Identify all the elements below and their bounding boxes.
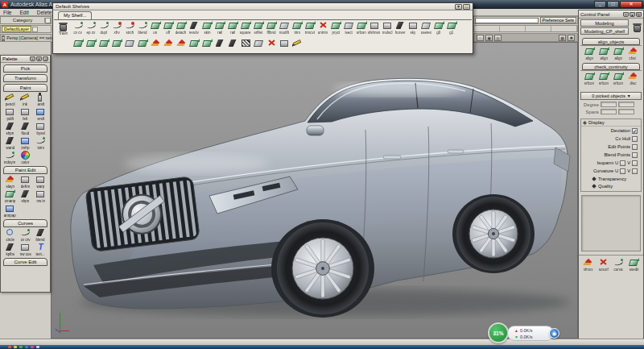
shelf2-tool-5-tool[interactable] [136,39,149,48]
shelves-minimize-button[interactable]: ▾ [455,4,462,10]
palette-tool-cmanp[interactable]: cmanp [2,189,18,203]
cp-refresh-icon[interactable]: ↻ [636,12,642,17]
shelf-tool-sfshnsn[interactable]: sfshnsn [368,21,381,35]
shelf2-tool-2-tool[interactable] [97,39,110,48]
shelf-tool-horver[interactable]: horver [394,21,407,35]
shelf2-tool-9-tool[interactable] [188,39,200,48]
shelf-tool-g1[interactable]: g1 [445,21,458,35]
category-dropdown[interactable]: Category [0,16,52,24]
shelf2-tool-12-tool[interactable] [226,39,239,48]
shelf2-tool-11-tool[interactable] [213,39,226,48]
shelf2-tool-13-tool[interactable] [239,39,252,48]
taskbar-app-icon-2[interactable] [19,346,23,348]
default-layer-chip[interactable]: DefaultLayer [2,26,31,32]
shelf-tool-blend[interactable]: blend [136,21,149,35]
shelf-tool-strch[interactable]: strch [123,21,136,35]
shelf-tool-modift[interactable]: modift [278,21,291,35]
cp-shelf-select[interactable]: Modeling_CP_shelf [580,27,629,35]
palette-pin-icon[interactable]: ▪ [30,56,35,61]
gear-icon[interactable]: ✱ [568,35,575,41]
shelf2-tool-1-tool[interactable] [85,39,97,48]
layout-icon[interactable]: ▦ [559,35,566,41]
palette-tab-transform[interactable]: Transform [3,74,47,82]
cp-tool-chst[interactable]: chst [625,47,640,60]
palette-tool-mdsym[interactable]: mdsym [2,150,18,164]
palette-tool-annpap[interactable]: annpap [2,203,18,218]
shelf2-tool-8-tool[interactable] [175,39,188,48]
palette-tool-color[interactable]: color [18,150,33,164]
palette-tab-paint[interactable]: Paint [3,84,47,92]
shelves-title-bar[interactable]: Default Shelves ▾ □ [53,3,473,10]
cp-tool-align[interactable]: align [582,47,597,60]
display-bullet-transparency[interactable]: Transparency [581,175,641,182]
prompt-input[interactable] [475,18,539,23]
palette-tool-ink[interactable]: ink [18,92,33,106]
cp-bottom-tool-curva[interactable]: curva [611,258,626,272]
shelf2-tool-6-tool[interactable] [149,39,162,48]
cp-tool-align[interactable]: align [597,47,611,60]
cp-dock-icon[interactable]: ▪ [623,12,629,17]
preference-sets-button[interactable]: Preference Sets [540,17,576,23]
palette-tool-arsft[interactable]: arsft [33,92,48,106]
palette-tool-kplbs[interactable]: kplbs [2,242,18,256]
shelf-tool-on[interactable]: on [149,21,162,35]
palette-tab-curve-edit[interactable]: Curve Edit [3,258,47,266]
shelf-tool-trim[interactable]: trim [291,21,303,35]
menu-file[interactable]: File [3,10,11,15]
palette-tool-slayn[interactable]: slayn [2,174,18,189]
deviation-checkbox[interactable]: ✓ [632,128,638,134]
cp-bottom-tool-xfmcv[interactable]: xfmcv [580,258,596,272]
shelf2-tool-0-tool[interactable] [72,39,85,48]
control-panel-header[interactable]: Control Panel ▪ ▴ ↻ [579,10,643,19]
palette-tool-defrm[interactable]: defrm [18,174,33,189]
curvature-u-v-checkbox[interactable] [632,168,638,174]
cp-tab-check_continuity[interactable]: check_continuity [582,63,640,70]
picked-objects-dropdown[interactable]: 0 picked objects▾ [580,92,642,100]
shelf2-tool-4-tool[interactable] [123,39,136,48]
shelf2-tool-7-tool[interactable] [162,39,175,48]
cp-trash[interactable] [630,19,643,35]
zoom-icon[interactable]: ◎ [494,35,502,41]
cp-bottom-tool-ssedit[interactable]: ssedit [626,258,642,272]
shelf-tool-off[interactable]: off [162,21,175,35]
shelf-tool-skin[interactable]: skin [200,21,213,35]
taskbar-app-icon-4[interactable] [31,346,34,348]
net-speed-widget[interactable]: 31% ▲0.0K/s ▼0.0K/s ◉ [488,322,568,345]
taskbar-app-icon-3[interactable] [25,346,28,348]
palette-tool-flood[interactable]: flood [18,121,33,135]
shelf-tool-fflbnd[interactable]: fflbnd [265,21,278,35]
shelf-tool-xfrv[interactable]: xfrv [110,21,123,35]
palette-tool-txtm[interactable]: txtm [33,135,48,150]
palette-tool-text-[interactable]: text... [33,242,48,256]
shelf2-tool-16-tool[interactable] [278,39,291,48]
shelf-tool-rail[interactable]: rail [226,21,239,35]
shelf2-tool-10-tool[interactable] [200,39,213,48]
palette-tool-byssl[interactable]: byssl [33,121,48,135]
trash-tool[interactable]: Trash [54,20,72,52]
shelf-tool-square[interactable]: square [239,21,252,35]
cp-tool-srfcon[interactable]: srfcon [582,72,597,85]
spans-input-1[interactable] [618,109,634,114]
blend-points-checkbox[interactable] [632,152,638,158]
palette-tool-imfrp[interactable]: imfrp [18,135,33,150]
tab-my-shelf[interactable]: My Shelf... [58,11,92,19]
lightbulb-icon[interactable]: ○ [477,35,484,41]
cp-tab-align_objects[interactable]: align_objects [582,38,640,45]
shelf-tool-detach[interactable]: detach [175,21,188,35]
cp-tool-align[interactable]: align [611,47,625,60]
shelf-tool-g0[interactable]: g0 [432,21,445,35]
palette-tool-shpn[interactable]: shpn [18,189,33,203]
menu-delete[interactable]: Delete [37,10,52,15]
palette-tool-cv-crv[interactable]: cv crv [18,227,33,242]
palette-tool-wand[interactable]: wand [2,135,18,150]
shelf-tool-ep-cv[interactable]: ep cv [85,21,97,35]
speed-percent-badge[interactable]: 31% [488,322,509,343]
perspective-viewport[interactable] [51,42,578,339]
palette-tool-circle[interactable]: circle [2,227,18,242]
shelf-tool-trmcvt[interactable]: trmcvt [303,21,316,35]
display-bullet-quality[interactable]: Quality [581,182,641,189]
taskbar-app-icon-5[interactable] [36,346,39,348]
palette-collapse-icon[interactable]: ▾ [36,56,42,61]
close-button[interactable]: ✕ [620,1,642,8]
shelf2-tool-14-tool[interactable] [252,39,265,48]
